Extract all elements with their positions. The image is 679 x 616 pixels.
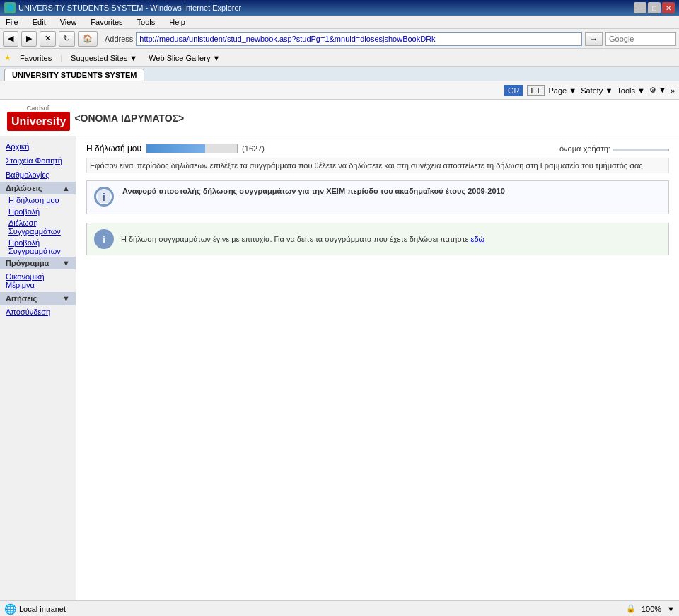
web-slice-button[interactable]: Web Slice Gallery ▼ — [146, 53, 223, 63]
sidebar-item-logout[interactable]: Αποσύνδεση — [0, 305, 76, 319]
success-box: i Η δήλωση συγγραμμάτων έγινε με επιτυχί… — [86, 223, 669, 255]
zoom-level: 100% — [642, 605, 661, 613]
page-header-row: Η δήλωσή μου (1627) όνομα χρήστη: — [86, 144, 669, 153]
sidebar-sub-view[interactable]: Προβολή — [0, 206, 76, 217]
username-value — [613, 149, 669, 151]
sidebar-section-declarations[interactable]: Δηλώσεις ▲ — [0, 182, 76, 194]
lock-icon: 🔒 — [626, 604, 636, 613]
zone-icon: 🌐 — [4, 603, 16, 615]
progress-count: (1627) — [242, 144, 265, 153]
progress-bar-fill — [146, 144, 205, 153]
command-bar: GR ET Page ▼ Safety ▼ Tools ▼ ⚙ ▼ » — [0, 81, 679, 100]
lang-en-button[interactable]: ET — [527, 85, 544, 96]
sidebar-section-program[interactable]: Πρόγραμμα ▼ — [0, 257, 76, 269]
user-name-area: όνομα χρήστη: — [559, 144, 669, 153]
address-input[interactable] — [136, 32, 582, 46]
success-link[interactable]: εδώ — [471, 235, 485, 243]
window-icon: 🌐 — [4, 2, 16, 13]
refresh-button[interactable]: ↻ — [59, 31, 75, 47]
description-text: Εφόσον είναι περίοδος δηλώσεων επιλέξτε … — [86, 158, 669, 173]
tab-university-system[interactable]: UNIVERSITY STUDENTS SYSTEM — [4, 69, 144, 81]
sidebar-item-financial[interactable]: Οικονομική Μέριμνα — [0, 269, 76, 292]
sidebar-sub-view-textbooks[interactable]: Προβολή Συγγραμμάτων — [0, 237, 76, 257]
page-title: Η δήλωσή μου — [86, 144, 141, 153]
sidebar-sub-my-declaration[interactable]: Η δήλωσή μου — [0, 194, 76, 206]
home-button[interactable]: 🏠 — [78, 31, 98, 47]
sidebar-item-student-info[interactable]: Στοιχεία Φοιτητή — [0, 153, 76, 168]
sidebar-item-grades[interactable]: Βαθμολογίες — [0, 168, 76, 182]
logo-small-text: Cardsoft — [27, 105, 51, 112]
forward-button[interactable]: ▶ — [21, 31, 37, 47]
suggested-sites-button[interactable]: Suggested Sites ▼ — [68, 53, 140, 63]
go-button[interactable]: → — [585, 32, 603, 46]
safety-button[interactable]: Safety ▼ — [581, 86, 613, 95]
sidebar-section-requests[interactable]: Αιτήσεις ▼ — [0, 292, 76, 305]
window-title: UNIVERSITY STUDENTS SYSTEM - Windows Int… — [18, 4, 241, 12]
main-content: Η δήλωσή μου (1627) όνομα χρήστη: Εφόσον… — [76, 136, 679, 611]
zone-label: Local intranet — [19, 605, 66, 613]
title-bar: 🌐 UNIVERSITY STUDENTS SYSTEM - Windows I… — [0, 0, 679, 16]
app-header: Cardsoft University <ΟΝΟΜΑ ΙΔΡΥΜΑΤΟΣ> — [0, 100, 679, 136]
menu-favorites[interactable]: Favorites — [88, 17, 125, 27]
gear-button[interactable]: ⚙ ▼ — [649, 86, 666, 95]
notification-box: i Αναφορά αποστολής δήλωσης συγγραμμάτων… — [86, 180, 669, 214]
notification-icon: i — [94, 187, 115, 208]
search-input[interactable] — [605, 32, 676, 46]
logo-big-text: University — [11, 115, 66, 127]
zoom-dropdown[interactable]: ▼ — [667, 605, 675, 613]
svg-text:i: i — [103, 192, 105, 203]
sidebar-item-home[interactable]: Αρχική — [0, 139, 76, 153]
address-label: Address — [105, 35, 133, 43]
menu-file[interactable]: File — [3, 17, 21, 27]
menu-edit[interactable]: Edit — [30, 17, 49, 27]
notification-title: Αναφορά αποστολής δήλωσης συγγραμμάτων γ… — [122, 187, 505, 195]
maximize-button[interactable]: □ — [648, 2, 661, 13]
menu-view[interactable]: View — [57, 17, 80, 27]
minimize-button[interactable]: ─ — [634, 2, 646, 13]
svg-text:i: i — [103, 234, 105, 245]
sidebar: Αρχική Στοιχεία Φοιτητή Βαθμολογίες Δηλώ… — [0, 136, 76, 611]
sidebar-sub-declare-textbooks[interactable]: Διέλωση Συγγραμμάτων — [0, 217, 76, 237]
tools-button[interactable]: Tools ▼ — [617, 86, 645, 95]
close-button[interactable]: ✕ — [662, 2, 675, 13]
page-title-area: Η δήλωσή μου (1627) — [86, 144, 265, 153]
logo-box: University — [7, 112, 70, 131]
back-button[interactable]: ◀ — [3, 31, 18, 47]
tab-bar: UNIVERSITY STUDENTS SYSTEM — [0, 67, 679, 81]
username-label: όνομα χρήστη: — [559, 144, 610, 153]
address-bar: Address → — [105, 32, 603, 46]
favorites-star-icon: ★ — [4, 53, 11, 62]
menu-help[interactable]: Help — [166, 17, 188, 27]
toolbar: ◀ ▶ ✕ ↻ 🏠 Address → — [0, 29, 679, 49]
menu-tools[interactable]: Tools — [134, 17, 158, 27]
progress-bar-container — [146, 144, 238, 153]
page-button[interactable]: Page ▼ — [549, 86, 577, 95]
menu-bar: File Edit View Favorites Tools Help — [0, 16, 679, 29]
success-icon: i — [94, 229, 114, 249]
favorites-button[interactable]: Favorites — [17, 53, 54, 63]
stop-button[interactable]: ✕ — [40, 31, 56, 47]
header-title: <ΟΝΟΜΑ ΙΔΡΥΜΑΤΟΣ> — [74, 112, 184, 124]
app-container: Αρχική Στοιχεία Φοιτητή Βαθμολογίες Δηλώ… — [0, 136, 679, 611]
lang-gr-button[interactable]: GR — [504, 85, 523, 96]
status-bar: 🌐 Local intranet 🔒 100% ▼ — [0, 600, 679, 616]
success-text: Η δήλωση συγγραμμάτων έγινε με επιτυχία.… — [121, 235, 484, 243]
favorites-bar: ★ Favorites | Suggested Sites ▼ Web Slic… — [0, 49, 679, 67]
more-button[interactable]: » — [671, 86, 675, 95]
